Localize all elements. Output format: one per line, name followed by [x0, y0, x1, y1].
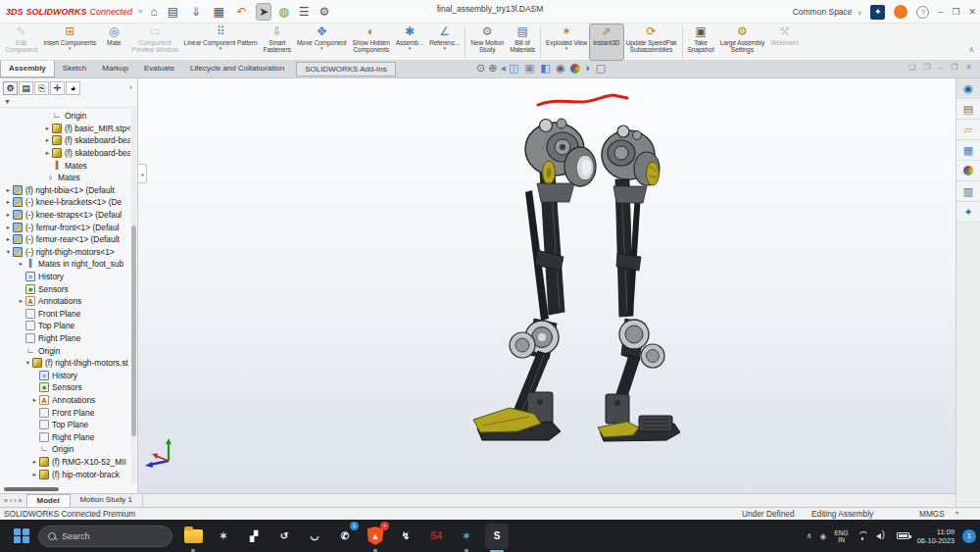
- quick-access-button[interactable]: ▦ ·: [212, 4, 229, 20]
- tree-item[interactable]: Front Plane: [0, 308, 130, 321]
- view-toolbar-button[interactable]: ▢ ·: [596, 62, 609, 75]
- scrollbar-thumb[interactable]: [131, 226, 136, 436]
- taskbar-app-icon[interactable]: ✶: [212, 524, 235, 549]
- tray-app-icon[interactable]: ◈: [820, 531, 827, 541]
- tree-item[interactable]: Sensors: [0, 282, 130, 295]
- expand-arrow-icon[interactable]: ▸: [4, 198, 13, 206]
- feature-manager-tab[interactable]: ▤: [19, 81, 33, 95]
- close-window-icon[interactable]: ✕: [968, 7, 976, 17]
- tree-item[interactable]: Mates: [0, 159, 130, 172]
- taskbar-app-icon[interactable]: ↯: [394, 524, 417, 549]
- expand-arrow-icon[interactable]: ▸: [17, 297, 25, 305]
- help-icon[interactable]: ?: [916, 6, 929, 19]
- tree-item[interactable]: ▾ (f) right-thigh-motors.st: [0, 357, 130, 370]
- expand-arrow-icon[interactable]: ▸: [30, 458, 39, 466]
- tree-item[interactable]: Origin: [0, 110, 130, 123]
- wifi-icon[interactable]: [857, 531, 868, 540]
- tree-item[interactable]: ▸ (-) femur-rear<1> (Default: [0, 233, 130, 246]
- ribbon-button[interactable]: ◎ Mate: [99, 25, 128, 60]
- ribbon-button[interactable]: ⠿ Linear Component Pattern ▾: [181, 25, 261, 60]
- maximize-window-icon[interactable]: ❐: [952, 7, 959, 17]
- ribbon-button[interactable]: ⚙ Large Assembly Settings: [717, 25, 768, 60]
- tree-item[interactable]: Origin: [0, 443, 130, 456]
- expand-arrow-icon[interactable]: ▸: [4, 186, 13, 194]
- expand-arrow-icon[interactable]: ▸: [43, 136, 52, 144]
- quick-access-button[interactable]: ◍: [276, 4, 290, 20]
- command-tab[interactable]: Markup: [94, 61, 136, 77]
- task-pane-tab[interactable]: ▦: [956, 140, 980, 161]
- chevron-down-icon[interactable]: ▾: [956, 509, 958, 516]
- ribbon-button[interactable]: ⇩ Smart Fasteners: [261, 25, 294, 60]
- ribbon-button[interactable]: ⊞ Insert Components ▾: [40, 25, 99, 60]
- model-tab[interactable]: Motion Study 1: [71, 494, 143, 507]
- command-tab[interactable]: Assembly: [0, 61, 55, 77]
- tree-item[interactable]: ▸ (-) knee-straps<1> (Defaul: [0, 209, 130, 222]
- ribbon-button[interactable]: ✱ Assemb... ▾: [393, 25, 426, 60]
- view-toolbar-button[interactable]: ◧ ·: [540, 62, 553, 75]
- quick-access-button[interactable]: ⚙ ·: [318, 4, 334, 20]
- quick-access-button[interactable]: ↶ ·: [235, 4, 252, 20]
- expand-toolbar-icon[interactable]: »: [138, 7, 142, 16]
- tree-item[interactable]: ▸ (f) right-tibia<1> (Default: [0, 184, 130, 197]
- volume-icon[interactable]: [876, 531, 889, 541]
- ribbon-button[interactable]: ✥ Move Component ▾: [294, 25, 350, 60]
- taskbar-app-icon[interactable]: ▞: [242, 524, 266, 549]
- battery-icon[interactable]: [897, 532, 909, 539]
- task-pane-tab[interactable]: ▱: [956, 120, 980, 140]
- tree-item[interactable]: Sensors: [0, 381, 130, 394]
- search-input[interactable]: Search: [38, 526, 172, 547]
- view-toolbar-button[interactable]: ◂: [500, 62, 506, 75]
- tree-item[interactable]: Top Plane: [0, 419, 130, 431]
- ribbon-button[interactable]: ◐ Show Hidden Components: [350, 25, 393, 60]
- command-tab[interactable]: Sketch: [55, 61, 94, 77]
- taskbar-app-icon[interactable]: ✆ 1: [333, 524, 357, 549]
- tree-item[interactable]: ▾ (-) right-thigh-motors<1>: [0, 246, 130, 259]
- tree-item[interactable]: History: [0, 369, 130, 381]
- tree-item[interactable]: ▸ (-) knee-l-brackets<1> (De: [0, 196, 130, 209]
- expand-arrow-icon[interactable]: ▸: [4, 224, 13, 231]
- tree-item[interactable]: History: [0, 271, 130, 283]
- tree-item[interactable]: ▸ Annotations: [0, 295, 130, 308]
- expand-arrow-icon[interactable]: ▸: [30, 471, 39, 478]
- tree-item[interactable]: ▸ Annotations: [0, 394, 130, 407]
- view-toolbar-button[interactable]: ◉ ·: [556, 62, 567, 75]
- tab-nav-arrow-icon[interactable]: »: [19, 497, 23, 504]
- tab-nav-arrow-icon[interactable]: ›: [14, 497, 16, 504]
- view-toolbar-button[interactable]: ◑ ·: [583, 62, 592, 75]
- task-pane-tab[interactable]: [956, 161, 980, 181]
- tree-item[interactable]: Right Plane: [0, 430, 130, 443]
- task-pane-tab[interactable]: ▤: [956, 99, 980, 120]
- expand-arrow-icon[interactable]: ▸: [17, 260, 25, 268]
- quick-access-button[interactable]: ▤ ·: [166, 4, 183, 20]
- view-toolbar-button[interactable]: ▣ ·: [524, 62, 537, 75]
- doc-window-control-icon[interactable]: –: [939, 63, 943, 72]
- tab-nav-arrow-icon[interactable]: ‹: [10, 497, 12, 504]
- doc-window-control-icon[interactable]: ❏: [908, 63, 915, 72]
- start-button[interactable]: [14, 528, 29, 544]
- feature-manager-tab[interactable]: ✛: [50, 81, 65, 95]
- tree-horizontal-scrollbar[interactable]: [4, 487, 59, 491]
- tree-item[interactable]: Right Plane: [0, 332, 130, 345]
- taskbar-app-icon[interactable]: ✶: [455, 524, 478, 549]
- ribbon-button[interactable]: ∠ Referenc... ▾: [426, 25, 463, 60]
- view-toolbar-button[interactable]: ⊕: [488, 62, 497, 75]
- view-toolbar-button[interactable]: ⊙: [476, 62, 485, 75]
- command-tab[interactable]: Lifecycle and Collaboration: [182, 61, 292, 77]
- expand-arrow-icon[interactable]: ▸: [4, 211, 13, 219]
- ribbon-button[interactable]: ✶ Exploded View ▾: [543, 25, 590, 60]
- tree-item[interactable]: ▸ (f) basic_MIR.stp<1>: [0, 123, 130, 135]
- task-pane-tab[interactable]: ◉: [956, 78, 980, 99]
- tree-vertical-scrollbar[interactable]: [131, 110, 136, 483]
- feature-manager-tab[interactable]: ⎘: [34, 81, 49, 95]
- clock[interactable]: 11:09 06-10-2023: [917, 527, 955, 545]
- tree-filter-row[interactable]: ▼ ·: [0, 95, 137, 108]
- taskbar-app-icon[interactable]: ↺: [272, 524, 296, 549]
- tab-nav-arrow-icon[interactable]: «: [4, 497, 8, 504]
- ribbon-button[interactable]: [465, 25, 466, 59]
- doc-window-control-icon[interactable]: ❐: [951, 63, 957, 72]
- doc-window-control-icon[interactable]: ❐: [924, 63, 931, 72]
- taskbar-app-icon[interactable]: [181, 524, 205, 549]
- panel-more-icon[interactable]: ›: [129, 82, 135, 92]
- 3dexperience-icon[interactable]: ✦: [870, 5, 885, 20]
- ribbon-button[interactable]: ⚒ Weldment: [767, 25, 802, 60]
